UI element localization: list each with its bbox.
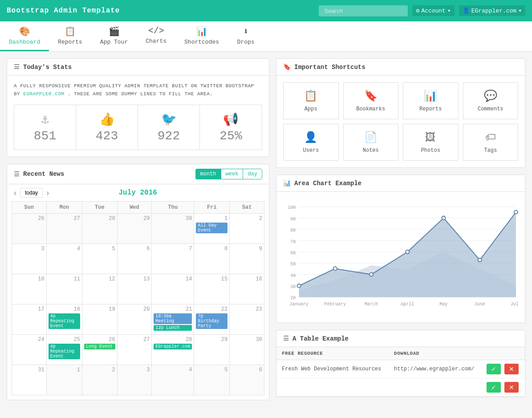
cal-header-thu: Thu <box>152 202 194 214</box>
shortcut-comments[interactable]: 💬 Comments <box>463 82 519 119</box>
calendar-cell[interactable]: 29 <box>194 335 230 365</box>
calendar-cell[interactable]: 4 <box>46 244 82 274</box>
calendar-cell[interactable]: 19 <box>82 304 118 335</box>
calendar-cell[interactable]: 28 <box>82 214 118 244</box>
nav-item-dashboard[interactable]: 🎨 Dashboard <box>0 21 49 51</box>
calendar-cell[interactable]: 29 <box>117 214 152 244</box>
stat-item-megaphone: 📢 25% <box>200 105 262 150</box>
calendar-cell[interactable]: 2 <box>230 214 264 244</box>
calendar-cell[interactable]: 4 <box>152 365 194 395</box>
calendar-cell[interactable]: 20 <box>117 304 152 335</box>
calendar-cell[interactable]: 12 <box>82 274 118 304</box>
day-number: 26 <box>14 215 45 222</box>
calendar-event[interactable]: 7p Birthday Party <box>196 313 227 329</box>
thumbsup-icon: 👍 <box>99 112 115 127</box>
search-input[interactable] <box>319 5 408 16</box>
calendar-cell[interactable]: 1 <box>46 365 82 395</box>
calendar-cell[interactable]: 27 <box>46 214 82 244</box>
calendar-cell[interactable]: 13 <box>117 274 152 304</box>
calendar-cell[interactable]: 28EGrappler.com <box>152 335 194 365</box>
calendar-cell[interactable]: 1All Day Event <box>194 214 230 244</box>
calendar-cell[interactable]: 10 <box>12 274 47 304</box>
shortcut-photos[interactable]: 🖼 Photos <box>403 124 459 161</box>
cal-prev-button[interactable]: ‹ <box>14 188 16 198</box>
shortcut-reports[interactable]: 📊 Reports <box>403 82 459 119</box>
account-menu[interactable]: ⚙ Account ▾ <box>412 5 454 16</box>
calendar-event[interactable]: 10:30a Meeting <box>154 313 192 324</box>
nav-item-drops[interactable]: ⬇ Drops <box>228 21 264 51</box>
calendar-event[interactable]: 4p Repeating Event <box>49 344 80 359</box>
calendar-cell[interactable]: 14 <box>152 274 194 304</box>
calendar-cell[interactable]: 24 <box>12 335 47 365</box>
calendar-panel: ☰ Recent News month week day ‹ today › J… <box>7 164 269 400</box>
calendar-cell[interactable]: 184p Repeating Event <box>46 304 82 335</box>
calendar-cell[interactable]: 26Long Event <box>82 335 118 365</box>
calendar-cell[interactable]: 2110:30a Meeting12p Lunch <box>152 304 194 335</box>
svg-text:80: 80 <box>290 228 296 233</box>
shortcut-bookmarks[interactable]: 🔖 Bookmarks <box>343 82 399 119</box>
calendar-cell[interactable]: 8 <box>194 244 230 274</box>
nav-item-charts[interactable]: </> Charts <box>137 21 175 51</box>
shortcut-label-photos: Photos <box>421 147 440 154</box>
day-number: 11 <box>49 276 80 282</box>
view-btn-day[interactable]: day <box>243 169 262 179</box>
approve-button-2[interactable]: ✓ <box>487 382 501 393</box>
calendar-cell[interactable]: 6 <box>117 244 152 274</box>
shortcut-users[interactable]: 👤 Users <box>283 124 339 161</box>
shortcut-tags[interactable]: 🏷 Tags <box>463 124 519 161</box>
nav-item-shortcodes[interactable]: 📊 Shortcodes <box>175 21 228 51</box>
cal-header-wed: Wed <box>117 202 152 214</box>
calendar-cell[interactable]: 9 <box>230 244 264 274</box>
cal-today-button[interactable]: today <box>20 188 43 198</box>
resource-name-2 <box>276 378 389 397</box>
user-menu[interactable]: 👤 EGrappler.com ▾ <box>459 5 525 16</box>
calendar-cell[interactable]: 254p Repeating Event <box>46 335 82 365</box>
approve-button-1[interactable]: ✓ <box>487 364 501 374</box>
calendar-cell[interactable]: 31 <box>12 365 47 395</box>
calendar-cell[interactable]: 30 <box>152 214 194 244</box>
app-tour-icon: 🎬 <box>109 26 120 37</box>
view-btn-group: month week day <box>195 169 262 179</box>
svg-text:March: March <box>365 302 378 307</box>
calendar-cell[interactable]: 3 <box>12 244 47 274</box>
dashboard-icon: 🎨 <box>19 26 30 37</box>
day-number: 23 <box>231 306 262 312</box>
shortcut-notes[interactable]: 📄 Notes <box>343 124 399 161</box>
view-buttons: month week day <box>195 169 262 179</box>
shortcut-apps[interactable]: 📋 Apps <box>283 82 339 119</box>
calendar-cell[interactable]: 23 <box>230 304 264 335</box>
chart-panel: 📊 Area Chart Example 100 90 80 70 60 50 … <box>276 175 525 323</box>
calendar-cell[interactable]: 15 <box>194 274 230 304</box>
calendar-cell[interactable]: 3 <box>117 365 152 395</box>
calendar-event[interactable]: 12p Lunch <box>154 325 192 331</box>
calendar-cell[interactable]: 5 <box>82 244 118 274</box>
delete-button-2[interactable]: ✕ <box>504 382 519 393</box>
user-icon: 👤 <box>463 7 470 14</box>
calendar-cell[interactable]: 5 <box>194 365 230 395</box>
delete-button-1[interactable]: ✕ <box>504 364 519 374</box>
stats-panel: ☰ Today's Stats A FULLY RESPONSIVE PREMI… <box>7 58 269 157</box>
calendar-cell[interactable]: 11 <box>46 274 82 304</box>
svg-point-26 <box>514 210 518 214</box>
day-number: 27 <box>49 215 80 222</box>
calendar-cell[interactable]: 7 <box>152 244 194 274</box>
calendar-cell[interactable]: 17 <box>12 304 47 335</box>
stats-desc-link[interactable]: EGRAPPLER.COM <box>23 91 64 97</box>
calendar-cell[interactable]: 30 <box>230 335 264 365</box>
calendar-event[interactable]: EGrappler.com <box>154 344 192 349</box>
stats-header-icon: ☰ <box>14 63 20 71</box>
view-btn-month[interactable]: month <box>196 169 221 179</box>
calendar-event[interactable]: Long Event <box>84 344 115 349</box>
calendar-event[interactable]: 4p Repeating Event <box>49 313 80 329</box>
cal-next-button[interactable]: › <box>46 188 49 198</box>
calendar-cell[interactable]: 27 <box>117 335 152 365</box>
calendar-cell[interactable]: 227p Birthday Party <box>194 304 230 335</box>
nav-item-app-tour[interactable]: 🎬 App Tour <box>91 21 137 51</box>
calendar-cell[interactable]: 2 <box>82 365 118 395</box>
calendar-cell[interactable]: 6 <box>230 365 264 395</box>
view-btn-week[interactable]: week <box>221 169 244 179</box>
nav-item-reports[interactable]: 📋 Reports <box>49 21 91 51</box>
calendar-cell[interactable]: 16 <box>230 274 264 304</box>
calendar-event[interactable]: All Day Event <box>196 223 227 233</box>
calendar-cell[interactable]: 26 <box>12 214 47 244</box>
